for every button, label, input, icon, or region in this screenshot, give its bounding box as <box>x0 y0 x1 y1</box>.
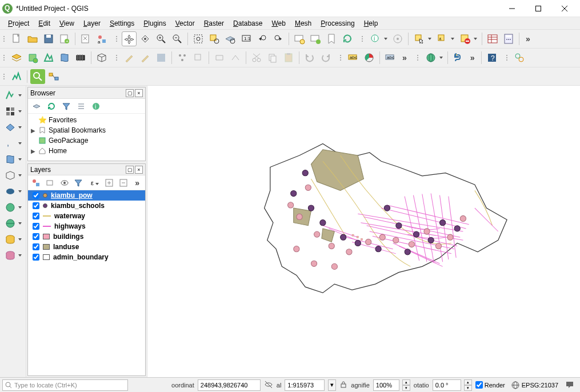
expand-all-icon[interactable] <box>103 177 115 189</box>
scale-dropdown-icon[interactable]: ▾ <box>328 379 336 391</box>
layer-visibility-checkbox[interactable] <box>33 223 39 230</box>
toolbar-grip[interactable] <box>116 51 119 65</box>
layer-row-kiambu_pow[interactable]: kiambu_pow <box>28 190 145 201</box>
vertex-tool-icon[interactable] <box>228 50 243 65</box>
undo-icon[interactable] <box>302 50 317 65</box>
menu-layer[interactable]: Layer <box>79 18 105 29</box>
layer-visibility-checkbox[interactable] <box>33 202 39 209</box>
toggle-editing-icon[interactable] <box>138 50 153 65</box>
toolbar-overflow-icon[interactable]: » <box>399 53 410 62</box>
render-checkbox[interactable]: Render <box>475 381 505 389</box>
copy-icon[interactable] <box>265 50 280 65</box>
filter-legend-icon[interactable] <box>73 177 85 189</box>
add-wfs-layer-icon[interactable] <box>3 216 23 231</box>
layer-visibility-checkbox[interactable] <box>33 243 39 250</box>
new-3d-map-view-icon[interactable] <box>308 31 323 46</box>
layer-row-waterway[interactable]: waterway <box>28 211 145 221</box>
cut-icon[interactable] <box>249 50 264 65</box>
menu-database[interactable]: Database <box>229 18 267 29</box>
properties-icon[interactable]: i <box>90 100 102 113</box>
menu-help[interactable]: Help <box>359 18 383 29</box>
add-mesh-layer-icon[interactable] <box>3 120 23 135</box>
menu-plugins[interactable]: Plugins <box>139 18 170 29</box>
layer-visibility-checkbox[interactable] <box>33 233 39 240</box>
layer-visibility-checkbox[interactable] <box>33 192 39 199</box>
new-memory-layer-icon[interactable] <box>73 50 88 65</box>
zoom-in-icon[interactable] <box>154 31 169 46</box>
new-virtual-layer-icon[interactable] <box>94 50 109 65</box>
layer-visibility-checkbox[interactable] <box>33 254 39 261</box>
layout-manager-icon[interactable] <box>78 31 93 46</box>
toolbar-grip[interactable] <box>340 51 343 65</box>
new-shapefile-icon[interactable] <box>41 50 56 65</box>
new-bookmark-icon[interactable] <box>324 31 339 46</box>
open-attribute-table-icon[interactable] <box>485 31 500 46</box>
select-features-icon[interactable] <box>411 31 433 46</box>
add-feature-icon[interactable] <box>175 50 190 65</box>
refresh-icon[interactable] <box>45 100 58 113</box>
layer-row-kiambu_schools[interactable]: kiambu_schools <box>28 201 145 211</box>
layer-labeling-icon[interactable]: abc <box>383 50 398 65</box>
add-raster-layer-icon[interactable] <box>3 104 23 119</box>
add-vector-layer-icon[interactable] <box>3 88 23 103</box>
add-polygon-icon[interactable] <box>212 50 227 65</box>
help-icon[interactable]: ? <box>485 50 499 65</box>
add-layer-icon[interactable] <box>30 100 43 113</box>
rotation-field[interactable]: 0.0 ° <box>433 379 461 391</box>
toolbar-grip[interactable] <box>362 32 365 46</box>
python-console-icon[interactable] <box>451 50 466 65</box>
toolbar-grip[interactable] <box>3 70 7 83</box>
current-edits-icon[interactable] <box>122 50 137 65</box>
zoom-to-layer-icon[interactable] <box>223 31 238 46</box>
menu-view[interactable]: View <box>55 18 79 29</box>
open-project-icon[interactable] <box>25 31 40 46</box>
toolbar-grip[interactable] <box>417 51 421 65</box>
new-spatialite-icon[interactable] <box>57 50 72 65</box>
toolbar-overflow-icon[interactable]: » <box>131 178 143 187</box>
redo-icon[interactable] <box>318 50 333 65</box>
move-feature-icon[interactable] <box>191 50 206 65</box>
coordinate-field[interactable]: 248943,9826740 <box>198 379 261 391</box>
refresh-icon[interactable] <box>340 31 355 46</box>
new-geopackage-icon[interactable] <box>25 50 40 65</box>
collapse-all-icon[interactable] <box>117 177 129 189</box>
maximize-button[interactable] <box>525 0 551 17</box>
crs-button[interactable]: EPSG:21037 <box>511 381 558 390</box>
panel-close-icon[interactable]: × <box>135 89 143 97</box>
layer-row-landuse[interactable]: landuse <box>28 242 145 252</box>
magnifier-spinner[interactable]: ▴▾ <box>402 379 410 391</box>
zoom-out-icon[interactable] <box>170 31 185 46</box>
add-group-icon[interactable] <box>45 177 57 189</box>
browser-item-home[interactable]: ▶ Home <box>30 146 143 156</box>
zoom-full-icon[interactable] <box>191 31 206 46</box>
diagram-icon[interactable] <box>362 50 377 65</box>
panel-undock-icon[interactable]: ▢ <box>126 89 134 97</box>
add-virtual-layer-icon[interactable] <box>3 168 23 183</box>
menu-mesh[interactable]: Mesh <box>290 18 316 29</box>
add-delimited-text-icon[interactable]: , <box>3 136 23 151</box>
new-print-layout-icon[interactable]: + <box>57 31 72 46</box>
layer-row-buildings[interactable]: buildings <box>28 231 145 242</box>
menu-edit[interactable]: Edit <box>34 18 55 29</box>
add-wms-layer-icon[interactable] <box>3 200 23 215</box>
deselect-icon[interactable] <box>457 31 479 46</box>
toolbar-overflow-icon[interactable]: » <box>522 34 534 43</box>
new-project-icon[interactable] <box>9 31 24 46</box>
zoom-next-icon[interactable] <box>271 31 286 46</box>
add-mssql-layer-icon[interactable] <box>3 232 23 247</box>
zoom-last-icon[interactable] <box>255 31 270 46</box>
collapse-all-icon[interactable] <box>75 100 87 113</box>
zoom-native-icon[interactable]: 1:1 <box>239 31 254 46</box>
layer-style-icon[interactable] <box>30 177 42 189</box>
menu-web[interactable]: Web <box>267 18 290 29</box>
add-postgis-icon[interactable] <box>3 184 23 199</box>
processing-toolbox-icon[interactable] <box>30 69 45 84</box>
toolbar-grip[interactable] <box>116 32 119 46</box>
pan-to-selection-icon[interactable] <box>138 31 153 46</box>
style-manager-icon[interactable]: a <box>94 31 109 46</box>
layer-visibility-icon[interactable] <box>58 177 70 189</box>
metasearch-icon[interactable] <box>423 50 445 65</box>
toolbar-grip[interactable] <box>3 51 7 65</box>
menu-project[interactable]: Project <box>3 18 34 29</box>
layer-row-admin_boundary[interactable]: admin_boundary <box>28 252 145 262</box>
